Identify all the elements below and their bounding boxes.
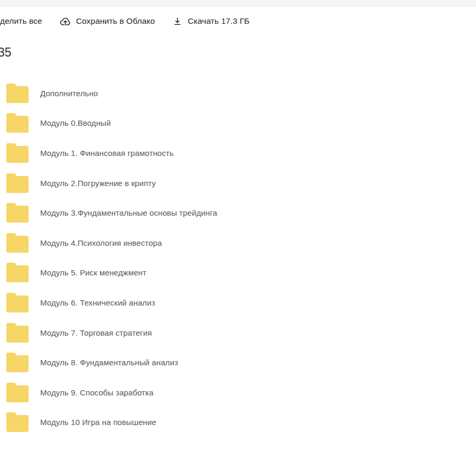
- download-button[interactable]: Скачать 17.3 ГБ: [172, 16, 250, 27]
- folder-name: Модуль 0.Вводный: [40, 118, 111, 127]
- folder-icon: [6, 113, 29, 133]
- folder-icon: [6, 383, 29, 402]
- download-label: Скачать 17.3 ГБ: [188, 16, 250, 26]
- folder-name: Модуль 7. Торговая стратегия: [40, 328, 152, 337]
- folder-name: Модуль 10 Игра на повышение: [40, 418, 156, 427]
- folder-icon: [6, 293, 29, 312]
- folder-row[interactable]: Модуль 3.Фундаментальные основы трейдинг…: [6, 198, 461, 228]
- folder-name: Модуль 2.Погружение в крипту: [40, 179, 156, 188]
- folder-name: Модуль 3.Фундаментальные основы трейдинг…: [40, 208, 217, 217]
- folder-icon: [6, 233, 29, 253]
- folder-icon: [6, 143, 29, 163]
- folder-name: Модуль 5. Риск менеджмент: [40, 268, 147, 277]
- folder-row[interactable]: Модуль 2.Погружение в крипту: [6, 168, 461, 198]
- select-all-button[interactable]: делить все: [0, 16, 42, 26]
- folder-row[interactable]: Модуль 6. Технический анализ: [6, 288, 461, 318]
- folder-name: Модуль 8. Фундаментальный анализ: [40, 358, 178, 367]
- folder-icon: [6, 203, 29, 223]
- save-to-cloud-button[interactable]: Сохранить в Облако: [59, 15, 155, 27]
- folder-icon: [6, 263, 29, 282]
- folder-name: Модуль 6. Технический анализ: [40, 298, 155, 307]
- folder-row[interactable]: Модуль 10 Игра на повышение: [6, 408, 461, 438]
- folder-row[interactable]: Модуль 1. Финансовая грамотность: [6, 138, 461, 168]
- folder-row[interactable]: Дополнительно: [6, 78, 461, 108]
- folder-icon: [6, 84, 29, 103]
- folder-row[interactable]: Модуль 9. Способы заработка: [6, 377, 461, 408]
- folder-row[interactable]: Модуль 5. Риск менеджмент: [6, 258, 461, 288]
- item-count: 35: [0, 45, 12, 60]
- folder-row[interactable]: Модуль 0.Вводный: [6, 108, 461, 139]
- window-top-strip: [0, 0, 476, 7]
- folder-icon: [6, 353, 29, 372]
- folder-name: Модуль 9. Способы заработка: [40, 388, 153, 397]
- download-icon: [172, 16, 183, 27]
- folder-row[interactable]: Модуль 4.Психология инвестора: [6, 228, 461, 258]
- action-toolbar: делить все Сохранить в Облако Скачать 17…: [0, 13, 250, 30]
- folder-icon: [6, 173, 29, 193]
- folder-row[interactable]: Модуль 8. Фундаментальный анализ: [6, 347, 461, 377]
- folder-row[interactable]: Модуль 7. Торговая стратегия: [6, 318, 461, 348]
- folder-icon: [6, 323, 29, 343]
- save-to-cloud-label: Сохранить в Облако: [76, 16, 155, 26]
- cloud-upload-icon: [59, 15, 71, 27]
- folder-name: Модуль 4.Психология инвестора: [40, 238, 162, 247]
- folder-name: Модуль 1. Финансовая грамотность: [40, 149, 174, 158]
- folder-list: Дополнительно Модуль 0.Вводный Модуль 1.…: [6, 78, 461, 437]
- select-all-label: делить все: [0, 16, 42, 26]
- folder-name: Дополнительно: [40, 89, 98, 98]
- folder-icon: [6, 412, 29, 432]
